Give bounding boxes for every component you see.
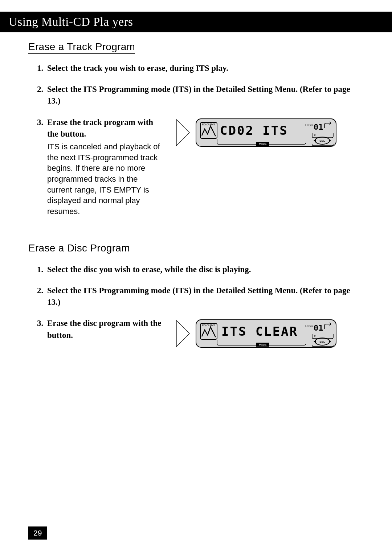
subsection-heading: Erase a Track Program: [28, 41, 135, 54]
step-item: 1. Select the disc you wish to erase, wh…: [37, 264, 364, 275]
step-number: 3.: [37, 318, 47, 341]
step-bold-text: Erase the track program with the button.: [47, 117, 164, 140]
disc-label: DISC: [305, 123, 313, 127]
step-bold-text: Select the track you wish to erase, duri…: [47, 62, 364, 74]
subsection-heading: Erase a Disc Program: [28, 242, 130, 255]
step-number: 1.: [37, 264, 47, 275]
f-label: F: [314, 134, 316, 137]
display-illustration: EQ CURVE ITS CLEAR DISC 01 MODE F: [175, 318, 364, 348]
lcd-main-text: ITS CLEAR: [221, 324, 298, 339]
step-list: 1. Select the track you wish to erase, d…: [37, 62, 364, 217]
step-number: 2.: [37, 84, 47, 107]
display-illustration: EQ CURVE CD02 ITS DISC 01 MODE: [175, 117, 364, 147]
mode-label: MODE: [259, 343, 267, 346]
disc-number: 01: [314, 323, 323, 332]
section-erase-disc: Erase a Disc Program 1. Select the disc …: [28, 242, 364, 348]
step-item: 3. Erase the track program with the butt…: [37, 117, 364, 217]
page-title: Using Multi-CD Pla yers: [9, 15, 133, 28]
page-title-bar: Using Multi-CD Pla yers: [0, 12, 392, 32]
right-triangle-button-icon: [175, 319, 191, 348]
lcd-screen: EQ CURVE ITS CLEAR DISC 01 MODE F: [195, 319, 337, 348]
eq-curve-label: EQ CURVE: [202, 324, 216, 327]
mode-label: MODE: [259, 142, 267, 145]
step-bold-text: Select the disc you wish to erase, while…: [47, 264, 364, 275]
step-number: 3.: [37, 117, 47, 140]
svg-marker-0: [176, 120, 189, 146]
f-label: F: [314, 335, 316, 338]
step-bold-text: Erase the disc program with the button.: [47, 318, 164, 341]
step-bold-text: Select the ITS Programming mode (ITS) in…: [47, 84, 364, 107]
sel-label: SEL: [319, 139, 325, 142]
section-erase-track: Erase a Track Program 1. Select the trac…: [28, 41, 364, 217]
eq-curve-label: EQ CURVE: [202, 123, 216, 126]
step-item: 1. Select the track you wish to erase, d…: [37, 62, 364, 74]
step-bold-text: Select the ITS Programming mode (ITS) in…: [47, 285, 364, 308]
step-item: 2. Select the ITS Programming mode (ITS)…: [37, 84, 364, 107]
step-list: 1. Select the disc you wish to erase, wh…: [37, 264, 364, 348]
lcd-screen: EQ CURVE CD02 ITS DISC 01 MODE: [195, 118, 337, 147]
page-number: 29: [28, 526, 47, 540]
sel-label: SEL: [319, 340, 325, 343]
step-body-text: ITS is canceled and playback of the next…: [47, 141, 164, 217]
right-triangle-button-icon: [175, 118, 191, 147]
page-content: Erase a Track Program 1. Select the trac…: [0, 41, 392, 348]
step-item: 2. Select the ITS Programming mode (ITS)…: [37, 285, 364, 308]
lcd-main-text: CD02 ITS: [220, 123, 288, 138]
step-number: 2.: [37, 285, 47, 308]
disc-label: DISC: [305, 324, 313, 328]
step-number: 1.: [37, 62, 47, 74]
step-item: 3. Erase the disc program with the butto…: [37, 318, 364, 348]
disc-number: 01: [314, 122, 323, 132]
svg-marker-7: [176, 320, 189, 347]
